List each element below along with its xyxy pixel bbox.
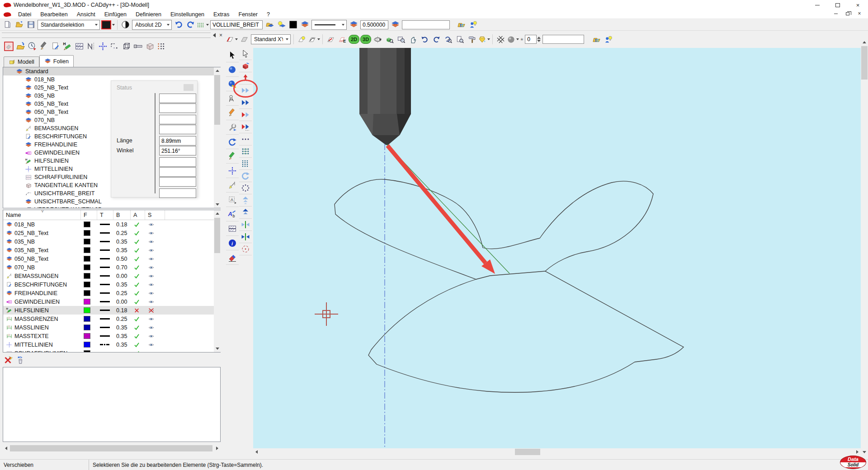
cell-color[interactable] [81, 246, 97, 254]
canvas-vscrollbar[interactable] [861, 39, 868, 456]
selection-color-button[interactable] [101, 19, 115, 30]
text-tool-button[interactable]: Ab [226, 207, 239, 221]
align-center-light-button[interactable] [239, 219, 252, 231]
erase-tool-button[interactable] [226, 250, 239, 265]
edit-pencil-button[interactable] [38, 41, 49, 52]
cell-visible[interactable] [145, 272, 165, 280]
bolt-button[interactable] [132, 41, 143, 52]
column-header-s[interactable]: S [145, 210, 165, 220]
table-row[interactable]: MITTELLINIEN0.35 [3, 340, 220, 349]
coordinate-mode-dropdown[interactable]: Absolut 2D [132, 20, 172, 30]
menu-item-fenster[interactable]: Fenster [234, 11, 262, 18]
plane-select-dropdown[interactable]: Standard XY [251, 34, 291, 44]
align-up-dark-button[interactable] [239, 207, 252, 219]
layer-bulb-button[interactable] [276, 19, 287, 30]
view-2d-button[interactable]: 2D [349, 35, 359, 44]
menu-item-?[interactable]: ? [262, 11, 274, 18]
table-row[interactable]: GEWINDELINIEN0.00 [3, 297, 220, 306]
plane-elements-button[interactable]: E [337, 34, 348, 45]
table-row[interactable]: 10MASSGRENZEN0.25 [3, 315, 220, 323]
mdi-minimize-button[interactable] [831, 10, 841, 17]
maximize-button[interactable] [827, 0, 848, 10]
table-row[interactable]: BEMASSUNGEN0.00 [3, 272, 220, 280]
rotate-cw-button[interactable] [431, 34, 442, 45]
aux-view-input[interactable] [542, 35, 584, 44]
canvas-hscrollbar[interactable] [253, 448, 861, 456]
tree-item[interactable]: VERDECKTE KANTEN 3D [3, 206, 220, 208]
render-mode-button[interactable] [120, 19, 131, 30]
table-row[interactable]: 10MASSLINIEN0.35 [3, 323, 220, 332]
menu-item-definieren[interactable]: Definieren [131, 11, 166, 18]
select-cursor-button[interactable] [226, 48, 239, 62]
cell-linetype[interactable] [97, 246, 113, 254]
team-folder-2-button[interactable] [591, 34, 602, 45]
counter-stepper[interactable] [525, 35, 541, 44]
cell-linetype[interactable] [97, 323, 113, 332]
counter-input[interactable] [525, 35, 537, 44]
cell-visible[interactable] [145, 280, 165, 289]
pan-button[interactable] [407, 34, 418, 45]
table-row[interactable]: BESCHRIFTUNGEN0.35 [3, 280, 220, 289]
cell-color[interactable] [81, 263, 97, 272]
cell-active[interactable] [131, 254, 145, 263]
cell-visible[interactable] [145, 340, 165, 349]
menu-item-ansicht[interactable]: Ansicht [72, 11, 100, 18]
rotate-view-button[interactable] [226, 135, 239, 149]
status-field-winkel[interactable] [159, 146, 196, 155]
cell-active[interactable] [131, 315, 145, 323]
mirror-button[interactable] [85, 41, 96, 52]
pattern-grid-button[interactable] [239, 146, 252, 158]
delete-marked-button[interactable] [3, 355, 14, 366]
cell-color[interactable] [81, 315, 97, 323]
column-header-f[interactable]: F [81, 210, 97, 220]
mdi-close-button[interactable]: × [854, 10, 864, 17]
cell-active[interactable] [131, 306, 145, 315]
cell-visible[interactable] [145, 332, 165, 340]
hatch-tool-button[interactable] [226, 221, 239, 236]
zoom-page-button[interactable] [454, 34, 465, 45]
table-row[interactable]: 10MASSTEXTE0.35 [3, 332, 220, 340]
cell-color[interactable] [81, 323, 97, 332]
cell-linetype[interactable] [97, 263, 113, 272]
table-row[interactable]: SCHRAFFURLINIEN [3, 349, 220, 352]
cell-linetype[interactable] [97, 280, 113, 289]
centerlines-button[interactable] [97, 41, 108, 52]
info-tool-button[interactable]: i [226, 236, 239, 250]
cell-color[interactable] [81, 220, 97, 229]
column-header-b[interactable]: B [113, 210, 131, 220]
cell-active[interactable] [131, 280, 145, 289]
table-row[interactable]: 035_NB0.35 [3, 237, 220, 246]
plane-off-button[interactable] [239, 34, 250, 45]
cell-linetype[interactable] [97, 254, 113, 263]
redo-button[interactable] [185, 19, 196, 30]
team-folder-button[interactable] [456, 19, 467, 30]
cell-color[interactable] [81, 340, 97, 349]
move-mixed-light-button[interactable] [239, 109, 252, 121]
cell-linetype[interactable] [97, 315, 113, 323]
zoom-model-button[interactable] [384, 34, 395, 45]
line-width-input[interactable] [360, 20, 388, 29]
cell-visible[interactable] [145, 297, 165, 306]
panel-hscrollbar[interactable] [3, 445, 221, 452]
rotate-3d-button[interactable] [372, 34, 383, 45]
cell-linetype[interactable] [97, 229, 113, 237]
cell-linetype[interactable] [97, 237, 113, 246]
menu-item-einstellungen[interactable]: Einstellungen [166, 11, 209, 18]
undo-delete-button[interactable] [15, 355, 26, 366]
cell-active[interactable] [131, 340, 145, 349]
layer-select-1-button[interactable] [299, 19, 310, 30]
status-field-empty-7[interactable] [159, 167, 196, 177]
status-field-empty-2[interactable] [159, 115, 196, 124]
cell-color[interactable] [81, 332, 97, 340]
status-field-empty-3[interactable] [159, 125, 196, 134]
cell-color[interactable] [81, 289, 97, 297]
pattern-circle-button[interactable] [239, 182, 252, 194]
status-field-empty-8[interactable] [159, 177, 196, 187]
cell-linetype[interactable] [97, 289, 113, 297]
cell-linetype[interactable] [97, 340, 113, 349]
table-row[interactable]: 050_NB_Text0.50 [3, 254, 220, 263]
step-up-icon[interactable] [537, 37, 541, 39]
cell-color[interactable] [81, 306, 97, 315]
cell-linetype[interactable] [97, 220, 113, 229]
cell-visible[interactable] [145, 229, 165, 237]
